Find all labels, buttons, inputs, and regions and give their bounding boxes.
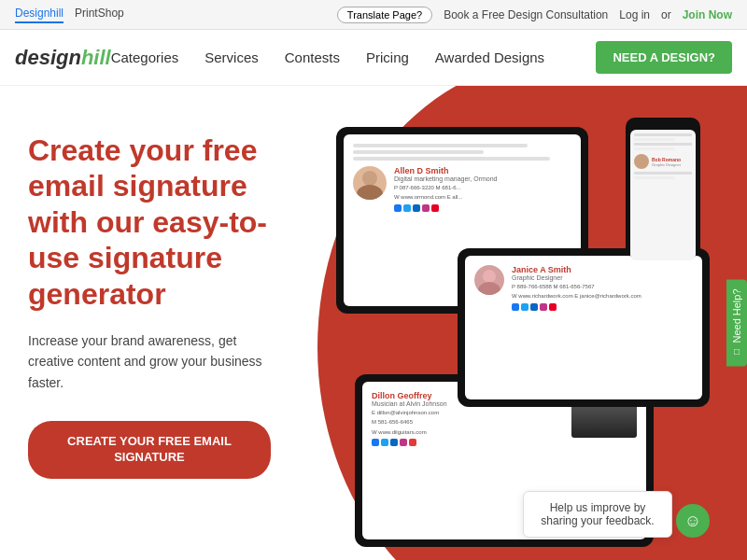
join-now-link[interactable]: Join Now: [683, 8, 732, 21]
sig-2-social: [512, 303, 641, 311]
sig-2-title: Graphic Designer: [512, 274, 641, 281]
nav-awarded[interactable]: Awarded Designs: [435, 49, 544, 65]
signature-card-2: Janice A Smith Graphic Designer P 889-76…: [474, 265, 693, 311]
facebook-icon: [394, 204, 402, 212]
phone-device: Bob Romano Graphic Designer: [626, 118, 700, 258]
login-link[interactable]: Log in: [619, 8, 650, 21]
email-header: [353, 144, 571, 161]
phone-line-1: [634, 133, 692, 136]
sig-3-web: W www.dilguitars.com: [372, 428, 564, 436]
sig-2-web: W www.richardwork.com E janice@richardwo…: [512, 292, 641, 300]
logo-design-text: design: [15, 46, 81, 69]
phone-notch: [649, 122, 677, 127]
nav-services[interactable]: Services: [204, 49, 259, 65]
devices-container: Allen D Smith Digital marketing manager,…: [327, 118, 719, 547]
phone-content: Bob Romano Graphic Designer: [630, 130, 696, 185]
fb-icon-2: [512, 303, 519, 311]
hero-headline: Create your free email signature with ou…: [28, 133, 271, 312]
avatar-2: [474, 265, 504, 295]
or-text: or: [661, 8, 671, 21]
sig-1-phone: P 087-666-3220 M 681-6...: [394, 184, 498, 191]
top-bar-brands: Designhill PrintShop: [15, 7, 124, 23]
sig-3-email: E dillon@alvinjohnson.com: [372, 409, 564, 416]
hero-subtext: Increase your brand awareness, get creat…: [28, 330, 271, 393]
ig-icon-2: [540, 303, 547, 311]
svg-point-0: [362, 171, 377, 186]
phone-line-2: [634, 138, 674, 141]
brand-designhill[interactable]: Designhill: [15, 7, 63, 23]
sig-1-web: W www.ormond.com E all...: [394, 193, 498, 201]
tablet-device-2: Janice A Smith Graphic Designer P 889-76…: [458, 248, 710, 407]
header-line-2: [353, 150, 484, 154]
logo[interactable]: designhill: [15, 46, 111, 70]
twitter-icon: [403, 204, 411, 212]
tw-icon-2: [521, 303, 529, 311]
sig-1-name: Allen D Smith: [394, 166, 498, 175]
sig-2-name: Janice A Smith: [512, 265, 641, 274]
chat-bot-button[interactable]: ☺: [676, 504, 710, 538]
logo-hill-text: hill: [81, 46, 111, 69]
need-help-icon: □: [732, 347, 742, 357]
li-icon-3: [390, 439, 398, 446]
avatar-1: [353, 166, 387, 200]
cta-button[interactable]: CREATE YOUR FREE EMAIL SIGNATURE: [28, 421, 271, 479]
nav-links: Categories Services Contests Pricing Awa…: [111, 49, 597, 65]
phone-line-3: [634, 143, 692, 146]
pi-icon-2: [549, 303, 557, 311]
hero-left: Create your free email signature with ou…: [0, 86, 299, 560]
phone-line-4: [634, 147, 674, 150]
nav-contests[interactable]: Contests: [285, 49, 340, 65]
consultation-link[interactable]: Book a Free Design Consultation: [444, 8, 608, 21]
top-bar: Designhill PrintShop Translate Page? Boo…: [0, 0, 747, 30]
pinterest-icon: [431, 204, 439, 212]
need-help-sidebar[interactable]: □ Need Help?: [726, 279, 747, 366]
ig-icon-3: [400, 439, 407, 446]
sig-1-info: Allen D Smith Digital marketing manager,…: [394, 166, 498, 212]
sig-3-phone: M 581-656-6465: [372, 418, 564, 426]
sig-2-phone: P 889-766-6588 M 681-656-7567: [512, 283, 641, 290]
sig-3-social: [372, 439, 564, 446]
nav-categories[interactable]: Categories: [111, 49, 179, 65]
need-help-label: Need Help?: [731, 288, 742, 343]
svg-point-3: [478, 282, 500, 295]
need-design-button[interactable]: NEED A DESIGN?: [596, 41, 732, 74]
fb-icon-3: [372, 439, 379, 446]
svg-point-2: [483, 270, 496, 283]
svg-point-1: [357, 185, 383, 200]
brand-printshop[interactable]: PrintShop: [75, 7, 124, 23]
li-icon-2: [530, 303, 538, 311]
tablet-2-screen: Janice A Smith Graphic Designer P 889-76…: [465, 256, 702, 399]
phone-line-5: [634, 172, 692, 175]
nav-pricing[interactable]: Pricing: [366, 49, 409, 65]
chat-icon: ☺: [684, 511, 701, 531]
feedback-popup: Help us improve by sharing your feedback…: [523, 491, 672, 538]
sig-2-info: Janice A Smith Graphic Designer P 889-76…: [512, 265, 641, 311]
sig-1-title: Digital marketing manager, Ormond: [394, 175, 498, 182]
instagram-icon: [422, 204, 430, 212]
phone-screen: Bob Romano Graphic Designer: [630, 130, 696, 260]
signature-card-1: Allen D Smith Digital marketing manager,…: [353, 166, 571, 212]
linkedin-icon: [413, 204, 420, 212]
translate-button[interactable]: Translate Page?: [337, 7, 432, 23]
header-line-3: [353, 157, 550, 161]
top-bar-right: Translate Page? Book a Free Design Consu…: [337, 7, 732, 23]
extra-icon-3: [409, 439, 416, 446]
tw-icon-3: [381, 439, 388, 446]
phone-line-6: [634, 176, 674, 179]
hero-right: Allen D Smith Digital marketing manager,…: [299, 86, 747, 560]
navbar: designhill Categories Services Contests …: [0, 30, 747, 86]
feedback-text: Help us improve by sharing your feedback…: [541, 501, 654, 527]
sig-1-social: [394, 204, 498, 212]
header-line-1: [353, 144, 528, 147]
hero-section: Create your free email signature with ou…: [0, 86, 747, 560]
